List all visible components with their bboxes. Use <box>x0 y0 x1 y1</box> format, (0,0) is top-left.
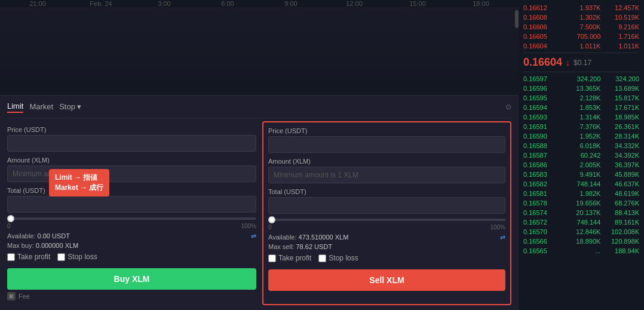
sell-stop-loss-input[interactable] <box>318 254 326 262</box>
buy-price-input[interactable] <box>7 135 256 152</box>
time-axis: 21:00 Feb. 24 3:00 6:00 9:00 12:00 15:00… <box>0 0 519 7</box>
buy-price-label: Price (USDT) <box>7 126 256 133</box>
sell-price-input[interactable] <box>268 136 505 153</box>
sell-order-1: 0.16608 1.302K 10.519K <box>523 13 639 22</box>
tab-market[interactable]: Market <box>29 101 53 112</box>
time-label-1: 21:00 <box>6 0 69 7</box>
annotation-box: Limit → 指値 Market → 成行 <box>49 169 109 197</box>
buy-order-11: 0.16582748.14446.637K <box>523 179 639 189</box>
time-label-8: 18:00 <box>449 0 513 7</box>
time-label-2: Feb. 24 <box>69 0 133 7</box>
buy-total-label: Total (USDT) <box>7 187 256 194</box>
sell-max: Max sell: 78.62 USDT <box>268 243 505 250</box>
buy-order-8: 0.1658760.24234.392K <box>523 151 639 160</box>
buy-orders: 0.16597324.200324.2000.1659613.365K13.68… <box>523 74 639 256</box>
sell-swap-icon[interactable]: ⇌ <box>500 234 505 241</box>
sell-take-profit-checkbox[interactable]: Take profit <box>268 254 311 262</box>
buy-take-profit-input[interactable] <box>7 253 15 261</box>
buy-sell-grid: Price (USDT) Amount (XLM) Total (USDT) <box>7 121 511 305</box>
price-direction-icon: ↓ <box>566 58 570 67</box>
buy-button[interactable]: Buy XLM <box>7 268 256 290</box>
sell-take-profit-input[interactable] <box>268 254 276 262</box>
sell-total-group: Total (USDT) <box>268 188 505 214</box>
sell-slider-thumb[interactable] <box>268 216 275 223</box>
buy-order-0: 0.16597324.200324.200 <box>523 74 639 84</box>
current-price-usd: $0.17 <box>574 59 591 67</box>
buy-checkboxes: Take profit Stop loss <box>7 253 256 261</box>
buy-slider-labels: 0 100% <box>7 223 256 229</box>
buy-fee-row: ⊠ Fee <box>7 292 256 300</box>
sell-price-group: Price (USDT) <box>268 127 505 153</box>
annotation-line2: Market → 成行 <box>55 183 103 193</box>
buy-order-3: 0.165941.853K17.671K <box>523 103 639 112</box>
buy-order-16: 0.1657012.846K102.008K <box>523 227 639 237</box>
buy-order-5: 0.165917.376K26.361K <box>523 122 639 131</box>
sell-price-label: Price (USDT) <box>268 127 505 134</box>
buy-order-14: 0.1657420.137K88.413K <box>523 208 639 217</box>
sell-total-input[interactable] <box>268 197 505 214</box>
buy-order-9: 0.165862.005K36.397K <box>523 160 639 170</box>
buy-stop-loss-input[interactable] <box>57 253 65 261</box>
buy-amount-input[interactable] <box>7 165 256 182</box>
order-tabs: Limit Market Stop ▾ ⊙ <box>7 100 511 118</box>
buy-slider-container: 0 100% <box>7 217 256 229</box>
sell-orders: 0.16612 1.937K 12.457K 0.16608 1.302K 10… <box>523 3 639 51</box>
time-label-7: 15:00 <box>386 0 449 7</box>
sell-amount-group: Amount (XLM) <box>268 158 505 183</box>
sell-order-4: 0.16604 1.011K 1.011K <box>523 41 639 51</box>
settings-icon[interactable]: ⊙ <box>505 103 511 111</box>
buy-order-1: 0.1659613.365K13.689K <box>523 84 639 93</box>
buy-swap-icon[interactable]: ⇌ <box>251 232 256 240</box>
sell-order-3: 0.16605 705.000 1.716K <box>523 32 639 41</box>
buy-order-7: 0.165886.018K34.332K <box>523 141 639 151</box>
sell-order-2: 0.16606 7.500K 9.216K <box>523 22 639 32</box>
tab-stop[interactable]: Stop ▾ <box>59 102 81 111</box>
buy-price-group: Price (USDT) <box>7 126 256 152</box>
annotation-line1: Limit → 指値 <box>55 173 103 183</box>
orderbook-panel: 0.16612 1.937K 12.457K 0.16608 1.302K 10… <box>519 0 644 310</box>
current-price-row: 0.16604 ↓ $0.17 <box>523 53 639 72</box>
sell-available: Available: 473.510000 XLM ⇌ <box>268 234 505 241</box>
buy-order-10: 0.165839.491K45.889K <box>523 170 639 179</box>
buy-amount-label: Amount (XLM) <box>7 156 256 164</box>
sell-checkboxes: Take profit Stop loss <box>268 254 505 262</box>
sell-button[interactable]: Sell XLM <box>268 269 505 291</box>
current-price: 0.16604 <box>523 56 562 69</box>
sell-total-label: Total (USDT) <box>268 188 505 195</box>
buy-order-4: 0.165931.314K18.985K <box>523 112 639 122</box>
buy-slider[interactable] <box>7 217 256 220</box>
buy-order-13: 0.1657819.656K68.276K <box>523 198 639 208</box>
buy-order-15: 0.16572748.14489.161K <box>523 217 639 227</box>
scroll-indicator[interactable] <box>515 10 519 28</box>
sell-order-0: 0.16612 1.937K 12.457K <box>523 3 639 13</box>
tab-limit[interactable]: Limit <box>7 100 23 113</box>
time-label-4: 6:00 <box>196 0 259 7</box>
buy-side: Price (USDT) Amount (XLM) Total (USDT) <box>7 121 256 305</box>
buy-stop-loss-checkbox[interactable]: Stop loss <box>57 253 97 261</box>
buy-total-group: Total (USDT) <box>7 187 256 213</box>
sell-slider[interactable] <box>268 219 505 221</box>
buy-order-12: 0.165811.982K48.619K <box>523 189 639 198</box>
buy-take-profit-checkbox[interactable]: Take profit <box>7 253 50 261</box>
buy-slider-thumb[interactable] <box>7 215 14 222</box>
buy-available: Available: 0.00 USDT ⇌ <box>7 232 256 240</box>
sell-slider-container: 0 100% <box>268 219 505 231</box>
buy-order-18: 0.16565...188.94K <box>523 246 639 256</box>
sell-amount-label: Amount (XLM) <box>268 158 505 165</box>
buy-amount-group: Amount (XLM) <box>7 156 256 182</box>
buy-order-17: 0.1656618.890K120.898K <box>523 237 639 246</box>
chart-canvas <box>0 7 519 95</box>
sell-slider-labels: 0 100% <box>268 224 505 231</box>
buy-total-input[interactable] <box>7 196 256 213</box>
sell-side: Price (USDT) Amount (XLM) Total (USDT) <box>262 121 511 305</box>
sell-stop-loss-checkbox[interactable]: Stop loss <box>318 254 358 262</box>
buy-max: Max buy: 0.000000 XLM <box>7 242 256 249</box>
time-label-3: 3:00 <box>133 0 196 7</box>
buy-order-2: 0.165952.128K15.817K <box>523 93 639 103</box>
sell-amount-input[interactable] <box>268 167 505 183</box>
time-label-6: 12:00 <box>323 0 386 7</box>
buy-fee-icon: ⊠ <box>7 292 16 300</box>
time-label-5: 9:00 <box>259 0 323 7</box>
buy-order-6: 0.165901.952K28.314K <box>523 131 639 141</box>
